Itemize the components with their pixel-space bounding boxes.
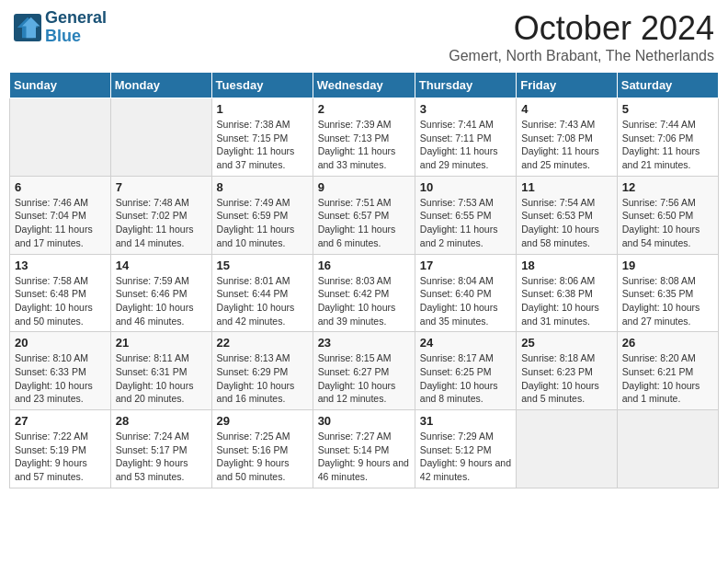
logo-text: General Blue	[45, 9, 107, 46]
calendar-cell: 5Sunrise: 7:44 AMSunset: 7:06 PMDaylight…	[617, 98, 718, 177]
day-detail: Sunrise: 8:11 AMSunset: 6:31 PMDaylight:…	[116, 351, 207, 406]
day-detail: Sunrise: 8:01 AMSunset: 6:44 PMDaylight:…	[217, 274, 308, 328]
day-number: 9	[318, 180, 410, 194]
calendar-week-4: 20Sunrise: 8:10 AMSunset: 6:33 PMDayligh…	[10, 332, 719, 410]
weekday-header-sunday: Sunday	[10, 73, 111, 98]
calendar-cell: 17Sunrise: 8:04 AMSunset: 6:40 PMDayligh…	[415, 254, 516, 332]
day-detail: Sunrise: 7:59 AMSunset: 6:46 PMDaylight:…	[116, 274, 207, 328]
weekday-header-friday: Friday	[517, 73, 618, 98]
day-detail: Sunrise: 8:15 AMSunset: 6:27 PMDaylight:…	[318, 351, 410, 406]
weekday-header-tuesday: Tuesday	[211, 73, 313, 98]
day-number: 26	[622, 336, 713, 350]
calendar-cell: 14Sunrise: 7:59 AMSunset: 6:46 PMDayligh…	[110, 254, 211, 332]
calendar-header-row: SundayMondayTuesdayWednesdayThursdayFrid…	[10, 73, 719, 98]
calendar-cell: 24Sunrise: 8:17 AMSunset: 6:25 PMDayligh…	[415, 332, 516, 410]
day-detail: Sunrise: 8:13 AMSunset: 6:29 PMDaylight:…	[217, 351, 308, 406]
calendar-cell: 25Sunrise: 8:18 AMSunset: 6:23 PMDayligh…	[517, 332, 618, 410]
day-detail: Sunrise: 8:04 AMSunset: 6:40 PMDaylight:…	[420, 274, 511, 328]
calendar-cell: 26Sunrise: 8:20 AMSunset: 6:21 PMDayligh…	[617, 332, 718, 410]
calendar-cell: 29Sunrise: 7:25 AMSunset: 5:16 PMDayligh…	[211, 410, 313, 488]
day-number: 28	[116, 414, 207, 428]
calendar-cell: 10Sunrise: 7:53 AMSunset: 6:55 PMDayligh…	[415, 176, 516, 254]
day-detail: Sunrise: 7:43 AMSunset: 7:08 PMDaylight:…	[521, 118, 612, 172]
day-detail: Sunrise: 7:54 AMSunset: 6:53 PMDaylight:…	[521, 196, 612, 250]
calendar-cell: 28Sunrise: 7:24 AMSunset: 5:17 PMDayligh…	[110, 410, 211, 488]
day-detail: Sunrise: 7:46 AMSunset: 7:04 PMDaylight:…	[15, 196, 106, 250]
day-number: 24	[420, 336, 511, 350]
calendar-week-3: 13Sunrise: 7:58 AMSunset: 6:48 PMDayligh…	[10, 254, 719, 332]
day-number: 22	[217, 336, 308, 350]
day-detail: Sunrise: 8:10 AMSunset: 6:33 PMDaylight:…	[15, 351, 106, 406]
month-title: October 2024	[449, 9, 714, 48]
calendar-cell: 20Sunrise: 8:10 AMSunset: 6:33 PMDayligh…	[10, 332, 111, 410]
calendar-cell: 22Sunrise: 8:13 AMSunset: 6:29 PMDayligh…	[211, 332, 313, 410]
calendar-cell	[517, 410, 618, 488]
calendar-cell: 8Sunrise: 7:49 AMSunset: 6:59 PMDaylight…	[211, 176, 313, 254]
calendar-table: SundayMondayTuesdayWednesdayThursdayFrid…	[9, 72, 719, 488]
day-number: 29	[217, 414, 308, 428]
day-number: 25	[521, 336, 612, 350]
day-number: 4	[521, 102, 612, 116]
day-detail: Sunrise: 7:22 AMSunset: 5:19 PMDaylight:…	[15, 430, 106, 484]
calendar-week-2: 6Sunrise: 7:46 AMSunset: 7:04 PMDaylight…	[10, 176, 719, 254]
title-area: October 2024 Gemert, North Brabant, The …	[449, 9, 714, 64]
day-number: 8	[217, 180, 308, 194]
day-detail: Sunrise: 7:24 AMSunset: 5:17 PMDaylight:…	[116, 430, 207, 484]
calendar-cell	[10, 98, 111, 177]
calendar-cell: 15Sunrise: 8:01 AMSunset: 6:44 PMDayligh…	[211, 254, 313, 332]
calendar-cell: 31Sunrise: 7:29 AMSunset: 5:12 PMDayligh…	[415, 410, 516, 488]
day-number: 12	[622, 180, 713, 194]
day-detail: Sunrise: 8:06 AMSunset: 6:38 PMDaylight:…	[521, 274, 612, 328]
calendar-cell: 4Sunrise: 7:43 AMSunset: 7:08 PMDaylight…	[517, 98, 618, 177]
day-number: 13	[15, 259, 106, 272]
day-detail: Sunrise: 7:53 AMSunset: 6:55 PMDaylight:…	[420, 196, 511, 250]
calendar-cell	[110, 98, 211, 177]
calendar-cell: 23Sunrise: 8:15 AMSunset: 6:27 PMDayligh…	[313, 332, 415, 410]
calendar-week-5: 27Sunrise: 7:22 AMSunset: 5:19 PMDayligh…	[10, 410, 719, 488]
day-detail: Sunrise: 7:48 AMSunset: 7:02 PMDaylight:…	[116, 196, 207, 250]
day-number: 3	[420, 102, 511, 116]
day-number: 10	[420, 180, 511, 194]
weekday-header-wednesday: Wednesday	[313, 73, 415, 98]
day-number: 18	[521, 259, 612, 272]
day-number: 19	[622, 259, 713, 272]
day-detail: Sunrise: 8:18 AMSunset: 6:23 PMDaylight:…	[521, 351, 612, 406]
day-number: 2	[318, 102, 410, 116]
day-detail: Sunrise: 7:41 AMSunset: 7:11 PMDaylight:…	[420, 118, 511, 172]
calendar-cell: 27Sunrise: 7:22 AMSunset: 5:19 PMDayligh…	[10, 410, 111, 488]
calendar-cell: 6Sunrise: 7:46 AMSunset: 7:04 PMDaylight…	[10, 176, 111, 254]
calendar-cell: 18Sunrise: 8:06 AMSunset: 6:38 PMDayligh…	[517, 254, 618, 332]
day-detail: Sunrise: 7:49 AMSunset: 6:59 PMDaylight:…	[217, 196, 308, 250]
calendar-cell: 3Sunrise: 7:41 AMSunset: 7:11 PMDaylight…	[415, 98, 516, 177]
weekday-header-thursday: Thursday	[415, 73, 516, 98]
day-detail: Sunrise: 8:20 AMSunset: 6:21 PMDaylight:…	[622, 351, 713, 406]
day-detail: Sunrise: 7:29 AMSunset: 5:12 PMDaylight:…	[420, 430, 511, 484]
day-number: 20	[15, 336, 106, 350]
calendar-cell	[617, 410, 718, 488]
day-number: 15	[217, 259, 308, 272]
day-detail: Sunrise: 7:51 AMSunset: 6:57 PMDaylight:…	[318, 196, 410, 250]
calendar-week-1: 1Sunrise: 7:38 AMSunset: 7:15 PMDaylight…	[10, 98, 719, 177]
calendar-cell: 30Sunrise: 7:27 AMSunset: 5:14 PMDayligh…	[313, 410, 415, 488]
day-detail: Sunrise: 7:39 AMSunset: 7:13 PMDaylight:…	[318, 118, 410, 172]
calendar-cell: 7Sunrise: 7:48 AMSunset: 7:02 PMDaylight…	[110, 176, 211, 254]
day-detail: Sunrise: 7:56 AMSunset: 6:50 PMDaylight:…	[622, 196, 713, 250]
calendar-cell: 1Sunrise: 7:38 AMSunset: 7:15 PMDaylight…	[211, 98, 313, 177]
day-detail: Sunrise: 7:44 AMSunset: 7:06 PMDaylight:…	[622, 118, 713, 172]
day-detail: Sunrise: 8:08 AMSunset: 6:35 PMDaylight:…	[622, 274, 713, 328]
calendar-cell: 12Sunrise: 7:56 AMSunset: 6:50 PMDayligh…	[617, 176, 718, 254]
day-number: 16	[318, 259, 410, 272]
day-number: 23	[318, 336, 410, 350]
calendar-cell: 16Sunrise: 8:03 AMSunset: 6:42 PMDayligh…	[313, 254, 415, 332]
day-number: 31	[420, 414, 511, 428]
day-number: 6	[15, 180, 106, 194]
day-number: 11	[521, 180, 612, 194]
calendar-cell: 19Sunrise: 8:08 AMSunset: 6:35 PMDayligh…	[617, 254, 718, 332]
day-number: 30	[318, 414, 410, 428]
day-number: 1	[217, 102, 308, 116]
day-number: 14	[116, 259, 207, 272]
day-detail: Sunrise: 7:27 AMSunset: 5:14 PMDaylight:…	[318, 430, 410, 484]
day-number: 5	[622, 102, 713, 116]
day-number: 21	[116, 336, 207, 350]
day-number: 17	[420, 259, 511, 272]
